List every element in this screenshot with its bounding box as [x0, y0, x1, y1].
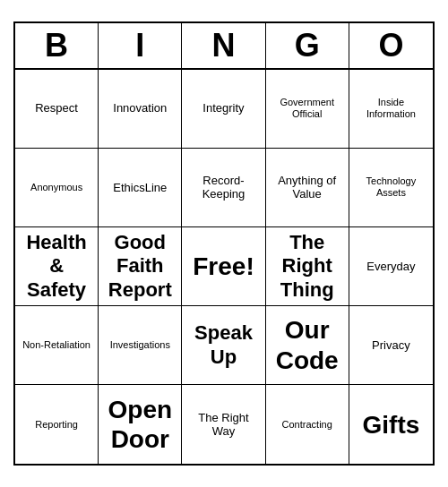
bingo-header-letter: B	[15, 23, 99, 68]
cell-text: Speak Up	[185, 321, 261, 369]
cell-text: Reporting	[35, 419, 78, 431]
bingo-cell: Non-Retaliation	[15, 306, 99, 385]
bingo-header-letter: O	[349, 23, 433, 68]
bingo-cell: Anonymous	[15, 149, 99, 227]
bingo-cell: Innovation	[99, 70, 182, 149]
bingo-cell: Investigations	[99, 306, 182, 385]
bingo-header-letter: G	[266, 23, 349, 68]
cell-text: Contracting	[282, 419, 332, 431]
cell-text: EthicsLine	[113, 181, 167, 195]
bingo-cell: Government Official	[266, 70, 349, 149]
bingo-cell: Gifts	[349, 385, 433, 464]
cell-text: The Right Thing	[270, 231, 345, 302]
bingo-cell: Speak Up	[182, 306, 265, 385]
bingo-cell: Record-Keeping	[182, 149, 265, 227]
bingo-cell: The Right Way	[182, 385, 265, 464]
bingo-cell: Reporting	[15, 385, 99, 464]
bingo-header-letter: I	[99, 23, 182, 68]
cell-text: Government Official	[270, 97, 345, 120]
bingo-cell: The Right Thing	[266, 227, 349, 306]
cell-text: The Right Way	[185, 411, 261, 439]
cell-text: Non-Retaliation	[22, 339, 90, 351]
bingo-grid: RespectInnovationIntegrityGovernment Off…	[15, 70, 433, 465]
bingo-cell: Inside Information	[349, 70, 433, 149]
bingo-cell: Technology Assets	[349, 149, 433, 227]
bingo-card: BINGO RespectInnovationIntegrityGovernme…	[13, 21, 435, 466]
bingo-cell: Integrity	[182, 70, 265, 149]
cell-text: Record-Keeping	[185, 174, 261, 201]
bingo-cell: Anything of Value	[266, 149, 349, 227]
cell-text: Anything of Value	[270, 174, 345, 201]
cell-text: Gifts	[363, 410, 420, 440]
cell-text: Investigations	[110, 339, 170, 351]
cell-text: Free!	[193, 252, 254, 282]
cell-text: Open Door	[102, 395, 177, 455]
bingo-cell: Free!	[182, 227, 265, 306]
bingo-cell: Open Door	[99, 385, 182, 464]
cell-text: Inside Information	[353, 97, 429, 120]
bingo-cell: Respect	[15, 70, 99, 149]
bingo-cell: Health & Safety	[15, 227, 99, 306]
cell-text: Integrity	[202, 101, 244, 115]
cell-text: Health & Safety	[19, 231, 94, 302]
bingo-cell: Privacy	[349, 306, 433, 385]
bingo-header-letter: N	[182, 23, 265, 68]
cell-text: Good Faith Report	[102, 231, 177, 302]
bingo-cell: EthicsLine	[99, 149, 182, 227]
cell-text: Technology Assets	[353, 175, 429, 199]
bingo-header: BINGO	[15, 23, 433, 70]
cell-text: Our Code	[270, 315, 345, 375]
cell-text: Privacy	[372, 338, 410, 353]
cell-text: Everyday	[366, 260, 415, 274]
bingo-cell: Our Code	[266, 306, 349, 385]
bingo-cell: Good Faith Report	[99, 227, 182, 306]
cell-text: Innovation	[113, 101, 167, 115]
bingo-cell: Contracting	[266, 385, 349, 464]
cell-text: Respect	[35, 101, 78, 115]
bingo-cell: Everyday	[349, 227, 433, 306]
cell-text: Anonymous	[30, 182, 82, 193]
